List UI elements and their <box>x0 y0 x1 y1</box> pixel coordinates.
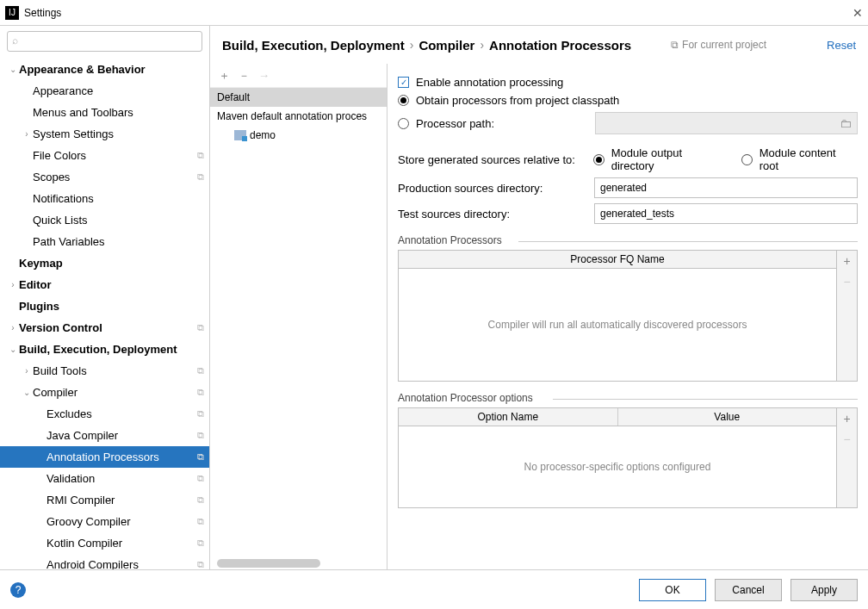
copy-icon: ⧉ <box>671 39 679 51</box>
enable-processing-label: Enable annotation processing <box>416 76 563 89</box>
tree-item-excludes[interactable]: Excludes⧉ <box>0 403 209 425</box>
settings-tree[interactable]: ⌄Appearance & BehaviorAppearanceMenus an… <box>0 55 209 569</box>
enable-processing-checkbox[interactable]: ✓ <box>398 77 409 88</box>
prod-dir-input[interactable] <box>594 177 858 198</box>
tree-item-version-control[interactable]: ›Version Control⧉ <box>0 317 209 339</box>
search-input[interactable] <box>7 31 202 52</box>
tree-item-label: Path Variables <box>33 235 209 248</box>
tree-item-label: Compiler <box>33 386 197 399</box>
project-badge-icon: ⧉ <box>197 451 204 463</box>
project-badge-icon: ⧉ <box>197 408 204 419</box>
tree-item-groovy-compiler[interactable]: Groovy Compiler⧉ <box>0 511 209 532</box>
project-badge-icon: ⧉ <box>197 516 204 527</box>
module-content-label: Module content root <box>760 146 858 172</box>
app-icon: IJ <box>5 6 19 20</box>
tree-item-label: Android Compilers <box>46 558 197 569</box>
add-profile-button[interactable]: ＋ <box>219 68 230 84</box>
col-option-name[interactable]: Option Name <box>399 408 618 426</box>
cancel-button[interactable]: Cancel <box>715 579 782 601</box>
tree-item-java-compiler[interactable]: Java Compiler⧉ <box>0 425 209 446</box>
tree-item-label: Build Tools <box>33 364 197 377</box>
remove-profile-button[interactable]: － <box>239 68 250 84</box>
tree-item-label: Keymap <box>19 257 209 270</box>
profile-maven[interactable]: Maven default annotation proces <box>210 107 387 126</box>
tree-item-kotlin-compiler[interactable]: Kotlin Compiler⧉ <box>0 532 209 554</box>
tree-item-plugins[interactable]: Plugins <box>0 295 209 317</box>
test-dir-label: Test sources directory: <box>398 208 587 221</box>
tree-item-file-colors[interactable]: File Colors⧉ <box>0 145 209 166</box>
remove-processor-button[interactable]: − <box>837 271 857 292</box>
profiles-list[interactable]: Default Maven default annotation proces … <box>210 88 387 569</box>
tree-item-path-variables[interactable]: Path Variables <box>0 231 209 252</box>
tree-item-label: Notifications <box>33 192 209 205</box>
chevron-right-icon: › <box>7 280 19 289</box>
tree-item-build-execution-deployment[interactable]: ⌄Build, Execution, Deployment <box>0 339 209 360</box>
close-icon[interactable]: ✕ <box>852 6 863 20</box>
tree-item-editor[interactable]: ›Editor <box>0 274 209 295</box>
processor-path-label: Processor path: <box>416 117 588 130</box>
tree-item-label: Editor <box>19 278 209 291</box>
reset-link[interactable]: Reset <box>827 39 856 52</box>
obtain-classpath-radio[interactable] <box>398 95 409 106</box>
tree-item-compiler[interactable]: ⌄Compiler⧉ <box>0 382 209 403</box>
col-value[interactable]: Value <box>618 408 837 426</box>
tree-item-notifications[interactable]: Notifications <box>0 188 209 209</box>
move-profile-button[interactable]: → <box>258 69 270 82</box>
col-fqname[interactable]: Processor FQ Name <box>399 251 836 268</box>
profile-default[interactable]: Default <box>210 88 387 107</box>
crumb-root[interactable]: Build, Execution, Deployment <box>222 38 405 53</box>
project-badge-icon: ⧉ <box>197 538 204 549</box>
tree-item-label: Kotlin Compiler <box>46 537 197 550</box>
scrollbar-thumb[interactable] <box>217 559 320 568</box>
processor-path-radio[interactable] <box>398 118 409 129</box>
tree-item-label: Build, Execution, Deployment <box>19 343 209 356</box>
tree-item-quick-lists[interactable]: Quick Lists <box>0 209 209 231</box>
chevron-down-icon: ⌄ <box>7 345 19 354</box>
help-button[interactable]: ? <box>10 582 26 598</box>
chevron-right-icon: › <box>21 129 33 139</box>
apply-button[interactable]: Apply <box>790 579 858 601</box>
obtain-classpath-label: Obtain processors from project classpath <box>416 94 619 107</box>
tree-item-appearance[interactable]: Appearance <box>0 80 209 102</box>
processors-fieldset-label: Annotation Processors <box>398 234 858 246</box>
breadcrumb: Build, Execution, Deployment › Compiler … <box>210 26 868 64</box>
tree-item-label: Scopes <box>33 171 197 183</box>
profiles-panel: ＋ － → Default Maven default annotation p… <box>210 64 388 569</box>
project-badge-icon: ⧉ <box>197 430 204 441</box>
crumb-mid[interactable]: Compiler <box>418 38 474 53</box>
chevron-right-icon: › <box>410 38 414 52</box>
profiles-toolbar: ＋ － → <box>210 64 387 88</box>
tree-item-system-settings[interactable]: ›System Settings <box>0 123 209 145</box>
chevron-down-icon: ⌄ <box>7 65 19 74</box>
folder-icon[interactable]: 🗀 <box>840 116 852 130</box>
tree-item-label: Plugins <box>19 300 209 313</box>
tree-item-annotation-processors[interactable]: Annotation Processors⧉ <box>0 446 209 468</box>
tree-item-build-tools[interactable]: ›Build Tools⧉ <box>0 360 209 382</box>
project-scope-label: ⧉For current project <box>671 39 766 51</box>
project-badge-icon: ⧉ <box>197 387 204 398</box>
tree-item-appearance-behavior[interactable]: ⌄Appearance & Behavior <box>0 59 209 80</box>
processors-table: Processor FQ Name Compiler will run all … <box>398 250 858 382</box>
tree-item-label: Quick Lists <box>33 214 209 227</box>
tree-item-validation[interactable]: Validation⧉ <box>0 468 209 489</box>
ok-button[interactable]: OK <box>639 579 706 601</box>
add-option-button[interactable]: + <box>837 408 857 429</box>
module-content-radio[interactable] <box>741 154 753 165</box>
store-relative-label: Store generated sources relative to: <box>398 153 586 166</box>
tree-item-label: Annotation Processors <box>46 451 197 463</box>
test-dir-input[interactable] <box>594 203 858 224</box>
tree-item-keymap[interactable]: Keymap <box>0 252 209 274</box>
project-badge-icon: ⧉ <box>197 559 204 569</box>
tree-item-android-compilers[interactable]: Android Compilers⧉ <box>0 554 209 569</box>
tree-item-rmi-compiler[interactable]: RMI Compiler⧉ <box>0 489 209 511</box>
add-processor-button[interactable]: + <box>837 251 857 271</box>
profile-demo[interactable]: demo <box>210 126 387 145</box>
tree-item-scopes[interactable]: Scopes⧉ <box>0 166 209 188</box>
tree-item-menus-and-toolbars[interactable]: Menus and Toolbars <box>0 102 209 123</box>
remove-option-button[interactable]: − <box>837 429 857 450</box>
options-table: Option Name Value No processor-specific … <box>398 407 858 508</box>
project-badge-icon: ⧉ <box>197 171 204 183</box>
module-output-radio[interactable] <box>593 154 604 165</box>
chevron-right-icon: › <box>480 38 484 52</box>
project-badge-icon: ⧉ <box>197 150 204 161</box>
